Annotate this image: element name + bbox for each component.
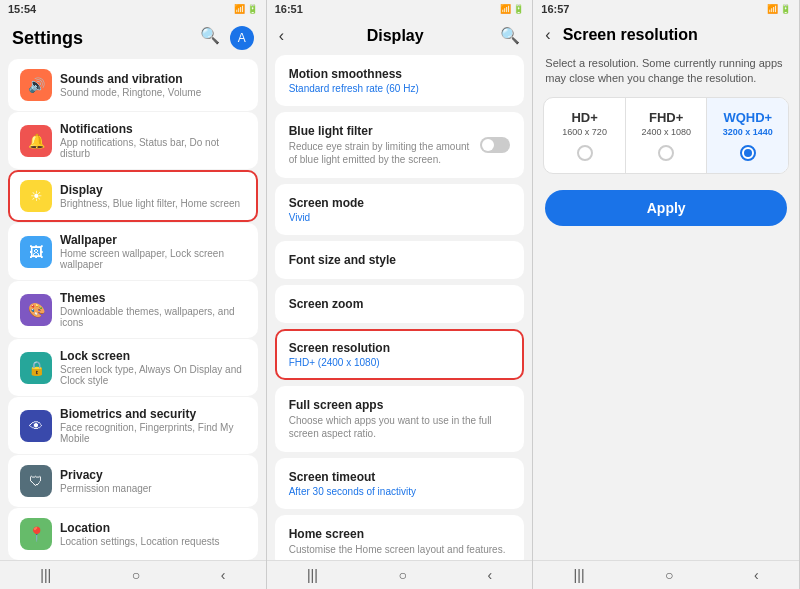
blue_light-toggle[interactable] [480,137,510,153]
notifications-title: Notifications [60,122,246,136]
back-button-display[interactable]: ‹ [279,27,284,45]
nav-menu-1[interactable]: ||| [40,567,51,583]
apply-button[interactable]: Apply [545,190,787,226]
screen_resolution-title: Screen resolution [289,341,390,355]
blue_light-title: Blue light filter [289,124,481,138]
status-bar-2: 16:51 📶 🔋 [267,0,533,18]
settings-item-location[interactable]: 📍 Location Location settings, Location r… [8,508,258,560]
notifications-subtitle: App notifications, Status bar, Do not di… [60,137,246,159]
time-1: 15:54 [8,3,36,15]
nav-menu-3[interactable]: ||| [574,567,585,583]
hd-radio[interactable] [577,145,593,161]
resolution-header: ‹ Screen resolution [533,18,799,50]
nav-bar-3: ||| ○ ‹ [533,560,799,589]
themes-title: Themes [60,291,246,305]
biometrics-subtitle: Face recognition, Fingerprints, Find My … [60,422,246,444]
resolution-option-hd[interactable]: HD+ 1600 x 720 [544,98,626,173]
search-icon[interactable]: 🔍 [200,26,220,50]
privacy-icon: 🛡 [20,465,52,497]
time-3: 16:57 [541,3,569,15]
nav-bar-1: ||| ○ ‹ [0,560,266,589]
screen_zoom-title: Screen zoom [289,297,364,311]
nav-home-3[interactable]: ○ [665,567,673,583]
display-subtitle: Brightness, Blue light filter, Home scre… [60,198,246,209]
settings-list: 🔊 Sounds and vibration Sound mode, Ringt… [0,56,266,560]
display-item-home_screen[interactable]: Home screen Customise the Home screen la… [275,515,525,560]
settings-item-display[interactable]: ☀ Display Brightness, Blue light filter,… [8,170,258,222]
location-text: Location Location settings, Location req… [60,521,246,547]
settings-title: Settings [12,28,83,49]
display-item-screen_resolution[interactable]: Screen resolution FHD+ (2400 x 1080) [275,329,525,380]
nav-home-1[interactable]: ○ [132,567,140,583]
display-text: Display Brightness, Blue light filter, H… [60,183,246,209]
sounds-subtitle: Sound mode, Ringtone, Volume [60,87,246,98]
sounds-text: Sounds and vibration Sound mode, Rington… [60,72,246,98]
fhd-value: 2400 x 1080 [641,127,691,137]
themes-subtitle: Downloadable themes, wallpapers, and ico… [60,306,246,328]
resolution-panel: 16:57 📶 🔋 ‹ Screen resolution Select a r… [533,0,800,589]
settings-item-wallpaper[interactable]: 🖼 Wallpaper Home screen wallpaper, Lock … [8,223,258,280]
settings-item-privacy[interactable]: 🛡 Privacy Permission manager [8,455,258,507]
display-item-screen_timeout[interactable]: Screen timeout After 30 seconds of inact… [275,458,525,509]
display-item-font_size[interactable]: Font size and style [275,241,525,279]
screen_mode-subtitle: Vivid [289,212,364,223]
back-button-resolution[interactable]: ‹ [545,26,550,44]
display-item-full_screen[interactable]: Full screen apps Choose which apps you w… [275,386,525,452]
home_screen-title: Home screen [289,527,506,541]
time-2: 16:51 [275,3,303,15]
status-bar-3: 16:57 📶 🔋 [533,0,799,18]
avatar[interactable]: A [230,26,254,50]
lockscreen-subtitle: Screen lock type, Always On Display and … [60,364,246,386]
biometrics-text: Biometrics and security Face recognition… [60,407,246,444]
wqhd-radio[interactable] [740,145,756,161]
signal-icon-2: 📶 [500,4,511,14]
settings-item-sounds[interactable]: 🔊 Sounds and vibration Sound mode, Ringt… [8,59,258,111]
resolution-options: HD+ 1600 x 720 FHD+ 2400 x 1080 WQHD+ 32… [543,97,789,174]
settings-item-themes[interactable]: 🎨 Themes Downloadable themes, wallpapers… [8,281,258,338]
display-item-screen_zoom[interactable]: Screen zoom [275,285,525,323]
notifications-icon: 🔔 [20,125,52,157]
display-item-motion_smoothness[interactable]: Motion smoothness Standard refresh rate … [275,55,525,106]
blue_light-desc: Reduce eye strain by limiting the amount… [289,140,481,166]
biometrics-title: Biometrics and security [60,407,246,421]
location-title: Location [60,521,246,535]
signal-icon-1: 📶 [234,4,245,14]
screen_resolution-subtitle: FHD+ (2400 x 1080) [289,357,390,368]
settings-item-lockscreen[interactable]: 🔒 Lock screen Screen lock type, Always O… [8,339,258,396]
status-icons-2: 📶 🔋 [500,4,524,14]
privacy-text: Privacy Permission manager [60,468,246,494]
nav-back-2[interactable]: ‹ [487,567,492,583]
notifications-text: Notifications App notifications, Status … [60,122,246,159]
location-subtitle: Location settings, Location requests [60,536,246,547]
fhd-radio[interactable] [658,145,674,161]
lockscreen-text: Lock screen Screen lock type, Always On … [60,349,246,386]
wallpaper-title: Wallpaper [60,233,246,247]
resolution-option-wqhd[interactable]: WQHD+ 3200 x 1440 [707,98,788,173]
wallpaper-text: Wallpaper Home screen wallpaper, Lock sc… [60,233,246,270]
display-item-screen_mode[interactable]: Screen mode Vivid [275,184,525,235]
settings-item-biometrics[interactable]: 👁 Biometrics and security Face recogniti… [8,397,258,454]
settings-header-icons: 🔍 A [200,26,254,50]
display-icon: ☀ [20,180,52,212]
nav-back-1[interactable]: ‹ [221,567,226,583]
nav-home-2[interactable]: ○ [398,567,406,583]
search-icon-display[interactable]: 🔍 [500,26,520,45]
status-icons-1: 📶 🔋 [234,4,258,14]
settings-item-notifications[interactable]: 🔔 Notifications App notifications, Statu… [8,112,258,169]
nav-menu-2[interactable]: ||| [307,567,318,583]
sounds-title: Sounds and vibration [60,72,246,86]
wallpaper-icon: 🖼 [20,236,52,268]
themes-icon: 🎨 [20,294,52,326]
display-panel: 16:51 📶 🔋 ‹ Display 🔍 Motion smoothness … [267,0,534,589]
status-bar-1: 15:54 📶 🔋 [0,0,266,18]
lockscreen-icon: 🔒 [20,352,52,384]
fhd-name: FHD+ [649,110,683,125]
resolution-option-fhd[interactable]: FHD+ 2400 x 1080 [626,98,708,173]
settings-header: Settings 🔍 A [0,18,266,56]
full_screen-desc: Choose which apps you want to use in the… [289,414,511,440]
font_size-title: Font size and style [289,253,396,267]
signal-icon-3: 📶 [767,4,778,14]
privacy-subtitle: Permission manager [60,483,246,494]
nav-back-3[interactable]: ‹ [754,567,759,583]
display-item-blue_light[interactable]: Blue light filter Reduce eye strain by l… [275,112,525,178]
